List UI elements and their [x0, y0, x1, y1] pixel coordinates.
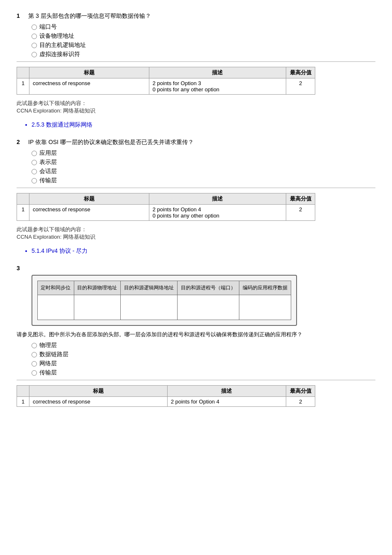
q3-option-1-label: 物理层: [39, 342, 57, 349]
q1-option-2[interactable]: 设备物理地址: [32, 32, 375, 40]
q1-radio-4[interactable]: [32, 52, 37, 57]
q1-ref-intro: 此试题参考以下领域的内容：: [17, 100, 375, 107]
q3-row-score: 2: [286, 397, 315, 407]
q1-scoring-row: 1 correctness of response 2 points for O…: [17, 78, 315, 95]
q3-diagram: 定时和同步位 目的和源物理地址 目的和源逻辑网络地址 目的和源进程号（端口） 编…: [32, 275, 297, 326]
q2-col-score-header: 最高分值: [286, 193, 315, 205]
q3-scoring-table: 标题 描述 最高分值 1 correctness of response 2 p…: [17, 385, 315, 407]
q3-row-desc: 2 points for Option 4: [167, 397, 286, 407]
q3-col-3: 目的和源逻辑网络地址: [120, 281, 177, 295]
q2-option-1-label: 应用层: [39, 149, 57, 157]
q2-row-title: correctness of response: [29, 205, 149, 221]
q1-option-1[interactable]: 端口号: [32, 23, 375, 31]
q1-option-3-label: 目的主机逻辑地址: [39, 42, 86, 49]
q1-scoring-table: 标题 描述 最高分值 1 correctness of response 2 p…: [17, 67, 315, 95]
q3-row-title: correctness of response: [29, 397, 168, 407]
q3-col-score-header: 最高分值: [286, 386, 315, 397]
q3-options: 物理层 数据链路层 网络层 传输层: [32, 342, 375, 377]
q2-option-3[interactable]: 会话层: [32, 168, 375, 175]
q1-ref-course: CCNA Exploration: 网络基础知识: [17, 107, 375, 115]
q2-bullet-list: 5.1.4 IPv4 协议 - 尽力: [32, 247, 375, 255]
question-2: 2 IP 依靠 OSI 哪一层的协议来确定数据包是否已丢失并请求重传？ 应用层 …: [17, 139, 375, 255]
q3-option-1[interactable]: 物理层: [32, 342, 375, 349]
q1-bullet-item: 2.5.3 数据通过网际网络: [32, 121, 375, 129]
q1-col-title-header: 标题: [29, 67, 149, 78]
q2-option-2-label: 表示层: [39, 159, 57, 166]
q2-radio-2[interactable]: [32, 160, 37, 165]
q3-diagram-row: [38, 295, 291, 320]
q1-option-4[interactable]: 虚拟连接标识符: [32, 51, 375, 58]
q2-row-score: 2: [286, 205, 315, 221]
q3-cell-2: [74, 295, 120, 320]
q3-radio-2[interactable]: [32, 352, 37, 357]
q2-row-num: 1: [17, 205, 29, 221]
q3-col-2: 目的和源物理地址: [74, 281, 120, 295]
q3-option-2-label: 数据链路层: [39, 351, 68, 358]
q2-number: 2: [17, 139, 23, 146]
q3-option-3-label: 网络层: [39, 360, 57, 367]
q2-reference: 此试题参考以下领域的内容： CCNA Exploration: 网络基础知识: [17, 226, 375, 241]
q2-radio-3[interactable]: [32, 169, 37, 174]
q2-ref-course: CCNA Exploration: 网络基础知识: [17, 233, 375, 241]
q1-col-num-header: [17, 67, 29, 78]
q3-col-num-header: [17, 386, 29, 397]
q3-col-1: 定时和同步位: [38, 281, 74, 295]
q2-bullet-item: 5.1.4 IPv4 协议 - 尽力: [32, 247, 375, 255]
q1-row-score: 2: [286, 78, 315, 95]
q1-row-desc: 2 points for Option 30 points for any ot…: [149, 78, 286, 95]
q3-cell-1: [38, 295, 74, 320]
q3-cell-5: [239, 295, 291, 320]
q3-cell-3: [120, 295, 177, 320]
q1-bullet-list: 2.5.3 数据通过网际网络: [32, 121, 375, 129]
q3-row-num: 1: [17, 397, 29, 407]
q1-col-score-header: 最高分值: [286, 67, 315, 78]
q1-radio-3[interactable]: [32, 43, 37, 48]
q2-option-4[interactable]: 传输层: [32, 177, 375, 184]
q3-caption: 请参见图示。图中所示为在各层添加的头部。哪一层会添加目的进程号和源进程号以确保将…: [17, 331, 375, 338]
q2-scoring-table: 标题 描述 最高分值 1 correctness of response 2 p…: [17, 193, 315, 221]
q1-radio-2[interactable]: [32, 34, 37, 39]
q1-options: 端口号 设备物理地址 目的主机逻辑地址 虚拟连接标识符: [32, 23, 375, 58]
q2-radio-4[interactable]: [32, 178, 37, 183]
q2-scoring-row: 1 correctness of response 2 points for O…: [17, 205, 315, 221]
q2-radio-1[interactable]: [32, 151, 37, 156]
q3-radio-1[interactable]: [32, 343, 37, 348]
q2-col-desc-header: 描述: [149, 193, 286, 205]
q2-option-4-label: 传输层: [39, 177, 57, 184]
q3-radio-4[interactable]: [32, 370, 37, 376]
q1-number: 1: [17, 12, 23, 20]
q3-col-desc-header: 描述: [167, 386, 286, 397]
q1-divider: [17, 61, 375, 62]
q1-row-title: correctness of response: [29, 78, 149, 95]
q3-option-3[interactable]: 网络层: [32, 360, 375, 367]
q3-number: 3: [17, 265, 23, 271]
q2-option-3-label: 会话层: [39, 168, 57, 175]
q3-option-4[interactable]: 传输层: [32, 369, 375, 377]
q1-col-desc-header: 描述: [149, 67, 286, 78]
q1-row-num: 1: [17, 78, 29, 95]
q1-option-3[interactable]: 目的主机逻辑地址: [32, 42, 375, 49]
q1-option-4-label: 虚拟连接标识符: [39, 51, 80, 58]
q3-col-5: 编码的应用程序数据: [239, 281, 291, 295]
q2-option-1[interactable]: 应用层: [32, 149, 375, 157]
q1-option-2-label: 设备物理地址: [39, 32, 74, 40]
question-3: 3 定时和同步位 目的和源物理地址 目的和源逻辑网络地址 目的和源进程号（端口）…: [17, 265, 375, 407]
q3-cell-4: [177, 295, 239, 320]
q2-ref-intro: 此试题参考以下领域的内容：: [17, 226, 375, 233]
q3-col-title-header: 标题: [29, 386, 168, 397]
q1-radio-1[interactable]: [32, 24, 37, 30]
q1-reference: 此试题参考以下领域的内容： CCNA Exploration: 网络基础知识: [17, 100, 375, 115]
q3-option-2[interactable]: 数据链路层: [32, 351, 375, 358]
q2-options: 应用层 表示层 会话层 传输层: [32, 149, 375, 184]
q1-text: 第 3 层头部包含的哪一项信息可帮助数据传输？: [28, 12, 151, 20]
q2-option-2[interactable]: 表示层: [32, 159, 375, 166]
q2-text: IP 依靠 OSI 哪一层的协议来确定数据包是否已丢失并请求重传？: [28, 139, 194, 146]
q3-radio-3[interactable]: [32, 361, 37, 367]
q3-diagram-table: 定时和同步位 目的和源物理地址 目的和源逻辑网络地址 目的和源进程号（端口） 编…: [37, 281, 291, 320]
q1-option-1-label: 端口号: [39, 23, 57, 31]
question-1: 1 第 3 层头部包含的哪一项信息可帮助数据传输？ 端口号 设备物理地址 目的主…: [17, 12, 375, 129]
q2-row-desc: 2 points for Option 40 points for any ot…: [149, 205, 286, 221]
q3-divider: [17, 380, 375, 380]
q2-col-num-header: [17, 193, 29, 205]
q3-scoring-row: 1 correctness of response 2 points for O…: [17, 397, 315, 407]
